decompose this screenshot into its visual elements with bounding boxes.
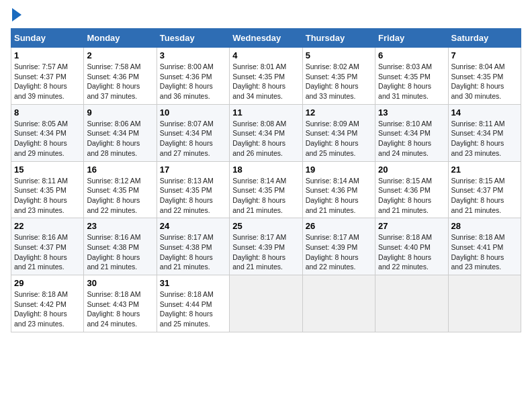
column-header-thursday: Thursday [302,29,375,48]
calendar-cell: 15Sunrise: 8:11 AMSunset: 4:35 PMDayligh… [11,161,84,218]
column-header-sunday: Sunday [11,29,84,48]
day-number: 12 [306,107,372,118]
cell-content: Sunrise: 8:12 AMSunset: 4:35 PMDaylight:… [87,176,153,216]
cell-content: Sunrise: 8:14 AMSunset: 4:35 PMDaylight:… [232,176,299,216]
calendar-cell: 22Sunrise: 8:16 AMSunset: 4:37 PMDayligh… [11,218,84,275]
day-number: 18 [232,165,299,175]
calendar-cell [302,275,375,332]
day-number: 4 [232,50,299,60]
day-number: 8 [14,107,81,118]
cell-content: Sunrise: 8:18 AMSunset: 4:40 PMDaylight:… [378,232,445,272]
cell-content: Sunrise: 8:15 AMSunset: 4:37 PMDaylight:… [451,176,518,216]
day-number: 2 [87,50,153,60]
calendar-cell: 25Sunrise: 8:17 AMSunset: 4:39 PMDayligh… [230,218,302,275]
day-number: 16 [87,165,153,175]
cell-content: Sunrise: 8:13 AMSunset: 4:35 PMDaylight:… [160,176,226,216]
calendar-cell: 12Sunrise: 8:09 AMSunset: 4:34 PMDayligh… [302,104,375,161]
calendar-cell: 29Sunrise: 8:18 AMSunset: 4:42 PMDayligh… [11,275,84,332]
day-number: 31 [160,278,226,288]
day-number: 3 [160,50,226,60]
cell-content: Sunrise: 8:00 AMSunset: 4:36 PMDaylight:… [160,62,226,101]
calendar-cell [448,275,521,332]
day-number: 25 [232,221,299,231]
calendar-cell: 6Sunrise: 8:03 AMSunset: 4:35 PMDaylight… [375,48,448,105]
calendar-cell: 31Sunrise: 8:18 AMSunset: 4:44 PMDayligh… [157,275,229,332]
column-header-saturday: Saturday [448,29,521,48]
day-number: 13 [378,107,445,118]
logo-arrow-icon [12,8,21,21]
calendar-cell: 5Sunrise: 8:02 AMSunset: 4:35 PMDaylight… [302,48,375,105]
day-number: 28 [451,221,518,231]
day-number: 23 [87,221,153,231]
cell-content: Sunrise: 8:08 AMSunset: 4:34 PMDaylight:… [232,119,299,158]
day-number: 15 [14,165,81,175]
cell-content: Sunrise: 8:17 AMSunset: 4:38 PMDaylight:… [160,232,226,272]
calendar-cell: 26Sunrise: 8:17 AMSunset: 4:39 PMDayligh… [302,218,375,275]
calendar-cell: 1Sunrise: 7:57 AMSunset: 4:37 PMDaylight… [11,48,84,105]
calendar-cell: 10Sunrise: 8:07 AMSunset: 4:34 PMDayligh… [157,104,229,161]
cell-content: Sunrise: 7:58 AMSunset: 4:36 PMDaylight:… [87,62,153,101]
day-number: 24 [160,221,226,231]
cell-content: Sunrise: 8:16 AMSunset: 4:37 PMDaylight:… [14,232,81,272]
cell-content: Sunrise: 8:17 AMSunset: 4:39 PMDaylight:… [232,232,299,272]
calendar-cell: 13Sunrise: 8:10 AMSunset: 4:34 PMDayligh… [375,104,448,161]
cell-content: Sunrise: 8:05 AMSunset: 4:34 PMDaylight:… [14,119,81,158]
calendar-cell: 11Sunrise: 8:08 AMSunset: 4:34 PMDayligh… [230,104,302,161]
day-number: 6 [378,50,445,60]
calendar-week-1: 1Sunrise: 7:57 AMSunset: 4:37 PMDaylight… [11,48,521,105]
calendar-week-4: 22Sunrise: 8:16 AMSunset: 4:37 PMDayligh… [11,218,521,275]
cell-content: Sunrise: 8:06 AMSunset: 4:34 PMDaylight:… [87,119,153,158]
cell-content: Sunrise: 8:18 AMSunset: 4:41 PMDaylight:… [451,232,518,272]
day-number: 17 [160,165,226,175]
day-number: 11 [232,107,299,118]
calendar-cell: 21Sunrise: 8:15 AMSunset: 4:37 PMDayligh… [448,161,521,218]
column-header-tuesday: Tuesday [157,29,229,48]
cell-content: Sunrise: 8:04 AMSunset: 4:35 PMDaylight:… [451,62,518,101]
day-number: 5 [306,50,372,60]
cell-content: Sunrise: 8:07 AMSunset: 4:34 PMDaylight:… [160,119,226,158]
calendar-cell: 24Sunrise: 8:17 AMSunset: 4:38 PMDayligh… [157,218,229,275]
cell-content: Sunrise: 8:10 AMSunset: 4:34 PMDaylight:… [378,119,445,158]
calendar-cell [375,275,448,332]
cell-content: Sunrise: 8:14 AMSunset: 4:36 PMDaylight:… [306,176,372,216]
day-number: 27 [378,221,445,231]
calendar-cell [230,275,302,332]
day-number: 22 [14,221,81,231]
calendar-week-2: 8Sunrise: 8:05 AMSunset: 4:34 PMDaylight… [11,104,521,161]
calendar-week-5: 29Sunrise: 8:18 AMSunset: 4:42 PMDayligh… [11,275,521,332]
calendar-cell: 17Sunrise: 8:13 AMSunset: 4:35 PMDayligh… [157,161,229,218]
day-number: 21 [451,165,518,175]
calendar-header-row: SundayMondayTuesdayWednesdayThursdayFrid… [11,29,521,48]
calendar-cell: 18Sunrise: 8:14 AMSunset: 4:35 PMDayligh… [230,161,302,218]
cell-content: Sunrise: 8:02 AMSunset: 4:35 PMDaylight:… [306,62,372,101]
calendar-cell: 2Sunrise: 7:58 AMSunset: 4:36 PMDaylight… [84,48,157,105]
cell-content: Sunrise: 8:09 AMSunset: 4:34 PMDaylight:… [306,119,372,158]
column-header-friday: Friday [375,29,448,48]
cell-content: Sunrise: 8:17 AMSunset: 4:39 PMDaylight:… [306,232,372,272]
calendar-cell: 28Sunrise: 8:18 AMSunset: 4:41 PMDayligh… [448,218,521,275]
day-number: 19 [306,165,372,175]
day-number: 14 [451,107,518,118]
page-header [11,11,521,21]
calendar-cell: 14Sunrise: 8:11 AMSunset: 4:34 PMDayligh… [448,104,521,161]
calendar-cell: 8Sunrise: 8:05 AMSunset: 4:34 PMDaylight… [11,104,84,161]
calendar-cell: 20Sunrise: 8:15 AMSunset: 4:36 PMDayligh… [375,161,448,218]
day-number: 7 [451,50,518,60]
calendar-cell: 16Sunrise: 8:12 AMSunset: 4:35 PMDayligh… [84,161,157,218]
day-number: 29 [14,278,81,288]
calendar-cell: 7Sunrise: 8:04 AMSunset: 4:35 PMDaylight… [448,48,521,105]
column-header-wednesday: Wednesday [230,29,302,48]
cell-content: Sunrise: 8:11 AMSunset: 4:34 PMDaylight:… [451,119,518,158]
cell-content: Sunrise: 8:03 AMSunset: 4:35 PMDaylight:… [378,62,445,101]
calendar-cell: 30Sunrise: 8:18 AMSunset: 4:43 PMDayligh… [84,275,157,332]
day-number: 10 [160,107,226,118]
cell-content: Sunrise: 8:18 AMSunset: 4:43 PMDaylight:… [87,289,153,329]
calendar-cell: 4Sunrise: 8:01 AMSunset: 4:35 PMDaylight… [230,48,302,105]
calendar-body: 1Sunrise: 7:57 AMSunset: 4:37 PMDaylight… [11,48,521,332]
cell-content: Sunrise: 8:16 AMSunset: 4:38 PMDaylight:… [87,232,153,272]
day-number: 1 [14,50,81,60]
calendar-cell: 9Sunrise: 8:06 AMSunset: 4:34 PMDaylight… [84,104,157,161]
calendar-table: SundayMondayTuesdayWednesdayThursdayFrid… [11,28,521,332]
day-number: 30 [87,278,153,288]
day-number: 20 [378,165,445,175]
